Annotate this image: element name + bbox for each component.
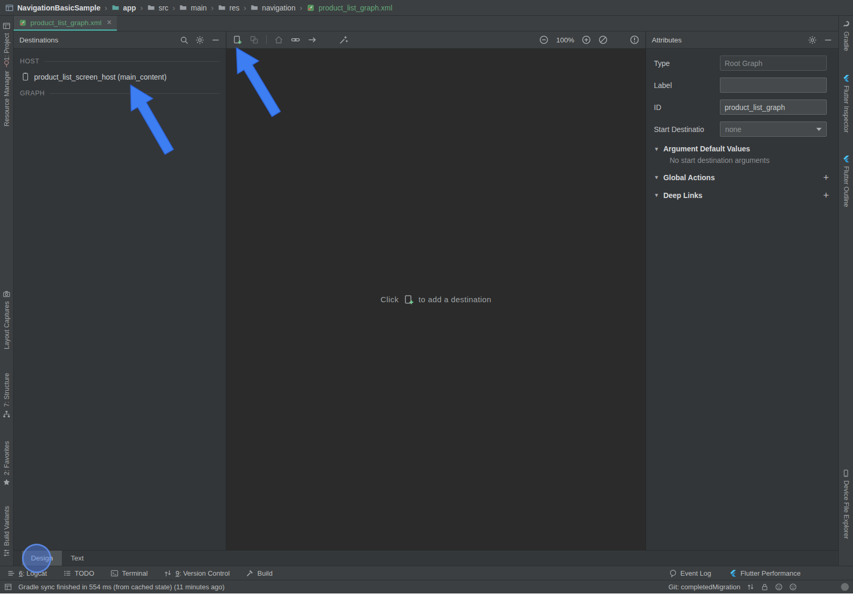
destinations-title: Destinations <box>19 36 58 44</box>
gear-icon[interactable] <box>808 36 817 45</box>
deep-link-icon[interactable] <box>291 35 300 45</box>
breadcrumb-file[interactable]: product_list_graph.xml <box>319 4 392 12</box>
breadcrumb-res[interactable]: res <box>229 4 239 12</box>
add-destination-icon <box>403 294 414 305</box>
git-branch-widget[interactable]: Git: completedMigration <box>669 583 740 591</box>
attr-row-type: Type <box>654 56 830 71</box>
zoom-out-icon[interactable] <box>539 35 549 45</box>
logcat-icon <box>7 569 15 577</box>
sidebar-item-layout-captures[interactable]: Layout Captures <box>0 290 13 349</box>
tab-product-list-graph[interactable]: product_list_graph.xml × <box>14 16 117 31</box>
hide-panel-icon[interactable] <box>211 36 220 45</box>
terminal-icon <box>111 569 118 577</box>
breadcrumb-separator-icon: › <box>140 3 144 12</box>
tab-text[interactable]: Text <box>62 551 93 566</box>
label-field[interactable] <box>720 78 827 93</box>
sidebar-item-gradle[interactable]: Gradle <box>839 20 853 51</box>
sidebar-item-flutter-outline[interactable]: Flutter Outline <box>839 155 853 207</box>
version-control-icon <box>164 569 172 577</box>
start-destination-value: none <box>725 125 741 134</box>
star-icon <box>3 478 10 486</box>
start-destination-dropdown[interactable]: none <box>720 122 827 137</box>
editor-column: product_list_graph.xml × Destinations <box>14 16 838 566</box>
breadcrumb-app[interactable]: app <box>123 4 136 12</box>
tool-window-bar: 6: Logcat TODO Terminal 9: Version Contr… <box>0 566 853 580</box>
global-actions-section[interactable]: ▼ Global Actions + <box>654 172 830 182</box>
memory-indicator[interactable] <box>841 583 849 591</box>
id-label: ID <box>654 103 720 112</box>
breadcrumb-src[interactable]: src <box>159 4 169 12</box>
breadcrumb-navigation[interactable]: navigation <box>262 4 296 12</box>
auto-arrange-wand-icon[interactable] <box>339 35 348 45</box>
destinations-list: HOST product_list_screen_host (main_cont… <box>14 49 226 106</box>
toolbar-divider <box>266 35 267 45</box>
zoom-in-icon[interactable] <box>582 35 591 45</box>
zoom-level: 100% <box>556 36 574 44</box>
toolwindow-build[interactable]: Build <box>246 569 272 577</box>
collapse-triangle-icon: ▼ <box>654 192 659 198</box>
breadcrumb-project[interactable]: NavigationBasicSample <box>17 4 101 12</box>
feedback-smiley-icon[interactable] <box>789 583 797 591</box>
toolwindow-todo[interactable]: TODO <box>63 569 94 577</box>
design-canvas[interactable]: Click to add a destination <box>226 49 646 550</box>
flutter-icon <box>729 569 737 577</box>
resource-manager-icon <box>3 60 10 68</box>
status-message: Gradle sync finished in 554 ms (from cac… <box>18 583 225 591</box>
structure-icon <box>3 410 10 418</box>
sidebar-item-structure[interactable]: 7: Structure <box>0 373 13 418</box>
sidebar-item-project[interactable]: 1: Project <box>0 22 13 61</box>
left-tool-stripe: 1: Project Resource Manager Layout Captu… <box>0 16 14 566</box>
label-label: Label <box>654 81 720 90</box>
toolwindow-flutter-performance[interactable]: Flutter Performance <box>729 569 801 577</box>
tab-design[interactable]: Design <box>22 551 62 566</box>
host-destination-label: product_list_screen_host (main_content) <box>34 73 167 81</box>
host-fragment-icon <box>21 72 30 81</box>
project-tool-icon <box>3 22 10 30</box>
feedback-smiley-icon[interactable] <box>775 583 783 591</box>
screenshot-margin <box>0 593 853 616</box>
attributes-panel: Attributes Type Label <box>646 31 838 550</box>
deep-links-section[interactable]: ▼ Deep Links + <box>654 190 830 200</box>
attr-row-start-destination: Start Destination none <box>654 122 830 137</box>
toggle-tool-buttons-icon[interactable] <box>4 583 12 591</box>
sidebar-item-device-file-explorer[interactable]: Device File Explorer <box>839 469 853 539</box>
sidebar-item-flutter-inspector[interactable]: Flutter Inspector <box>839 74 853 133</box>
warnings-icon[interactable] <box>630 35 639 45</box>
breadcrumb-separator-icon: › <box>172 3 176 12</box>
close-tab-icon[interactable]: × <box>107 18 112 27</box>
lock-icon[interactable] <box>761 583 769 591</box>
add-deep-link-button[interactable]: + <box>823 190 830 200</box>
workspace: 1: Project Resource Manager Layout Captu… <box>0 16 853 566</box>
add-destination-icon[interactable] <box>233 35 242 45</box>
id-field[interactable] <box>720 100 827 115</box>
zoom-to-fit-icon[interactable] <box>598 35 608 45</box>
toolwindow-terminal[interactable]: Terminal <box>111 569 148 577</box>
sidebar-item-build-variants[interactable]: Build Variants <box>0 506 13 557</box>
gear-icon[interactable] <box>195 36 204 45</box>
home-destination-icon[interactable] <box>274 35 283 45</box>
argument-defaults-section[interactable]: ▼ Argument Default Values <box>654 145 830 153</box>
type-label: Type <box>654 59 720 68</box>
flutter-icon <box>842 74 850 82</box>
search-icon[interactable] <box>180 36 189 45</box>
chevron-down-icon <box>816 128 822 131</box>
add-global-action-button[interactable]: + <box>823 172 830 182</box>
toolwindow-version-control[interactable]: 9: Version Control <box>164 569 229 577</box>
android-studio-window: NavigationBasicSample › app › src › main… <box>0 0 853 616</box>
breadcrumb-main[interactable]: main <box>191 4 206 12</box>
git-update-icon[interactable] <box>747 583 754 591</box>
design-canvas-pane: 100% Click to add a destination <box>226 31 646 550</box>
hide-panel-icon[interactable] <box>824 36 833 45</box>
toolwindow-logcat[interactable]: 6: Logcat <box>7 569 47 577</box>
toolwindow-event-log[interactable]: Event Log <box>669 569 712 577</box>
empty-canvas-message: Click to add a destination <box>226 294 646 305</box>
editor-tabbar: product_list_graph.xml × <box>14 16 838 31</box>
sidebar-item-favorites[interactable]: 2: Favorites <box>0 441 13 486</box>
list-item-host-destination[interactable]: product_list_screen_host (main_content) <box>20 69 220 86</box>
canvas-toolbar: 100% <box>226 31 646 49</box>
sidebar-item-resource-manager[interactable]: Resource Manager <box>0 60 13 126</box>
nested-graph-icon[interactable] <box>249 35 259 45</box>
res-folder-icon <box>218 4 226 12</box>
type-field <box>720 56 827 71</box>
action-arrow-icon[interactable] <box>308 35 317 45</box>
